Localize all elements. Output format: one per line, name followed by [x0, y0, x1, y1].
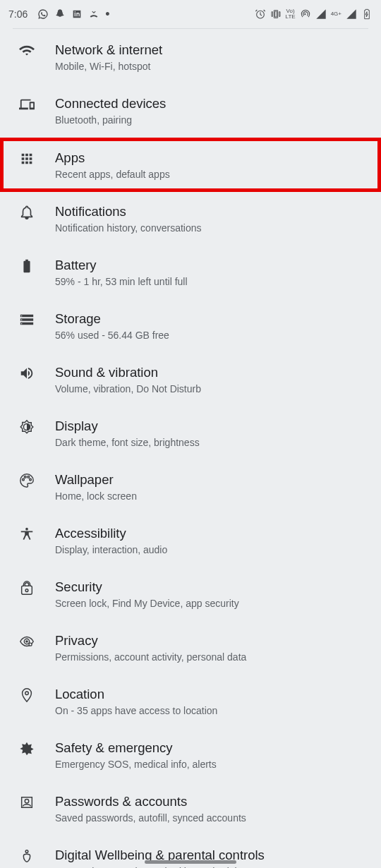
svg-point-1 — [29, 643, 32, 646]
volume-icon — [13, 364, 41, 381]
settings-item-battery[interactable]: Battery 59% - 1 hr, 53 min left until fu… — [0, 246, 381, 299]
item-title: Security — [55, 579, 368, 596]
settings-item-privacy[interactable]: Privacy Permissions, account activity, p… — [0, 621, 381, 675]
vibrate-icon — [270, 8, 282, 20]
alarm-icon — [255, 8, 266, 20]
item-subtitle: Volume, vibration, Do Not Disturb — [55, 382, 368, 395]
item-subtitle: Bluetooth, pairing — [55, 114, 368, 126]
storage-icon — [13, 311, 41, 327]
settings-item-location[interactable]: Location On - 35 apps have access to loc… — [0, 675, 381, 728]
item-title: Display — [55, 418, 368, 435]
wifi-icon — [13, 42, 41, 59]
brightness-icon — [13, 418, 41, 435]
devices-icon — [13, 95, 41, 112]
palette-icon — [13, 471, 41, 488]
apps-grid-icon — [13, 150, 41, 167]
item-subtitle: Mobile, Wi-Fi, hotspot — [55, 60, 368, 73]
item-title: Location — [55, 686, 368, 703]
volte-icon: Vo) LTE — [286, 8, 296, 20]
settings-item-wallpaper[interactable]: Wallpaper Home, lock screen — [0, 460, 381, 514]
more-notifications-dot: • — [105, 11, 109, 18]
linkedin-icon — [71, 8, 83, 20]
item-subtitle: Emergency SOS, medical info, alerts — [55, 758, 368, 771]
item-title: Network & internet — [55, 42, 368, 59]
snapchat-icon — [54, 8, 66, 20]
settings-item-security[interactable]: Security Screen lock, Find My Device, ap… — [0, 567, 381, 621]
emergency-icon — [13, 740, 41, 757]
settings-item-passwords-accounts[interactable]: Passwords & accounts Saved passwords, au… — [0, 782, 381, 836]
status-time: 7:06 — [8, 8, 28, 20]
hotspot-icon — [300, 8, 311, 20]
privacy-icon — [13, 632, 41, 649]
network-type: 4G+ — [331, 11, 341, 17]
settings-item-connected-devices[interactable]: Connected devices Bluetooth, pairing — [0, 84, 381, 138]
item-title: Storage — [55, 311, 368, 327]
settings-item-display[interactable]: Display Dark theme, font size, brightnes… — [0, 406, 381, 460]
item-title: Wallpaper — [55, 471, 368, 488]
bell-icon — [13, 203, 41, 220]
settings-item-storage[interactable]: Storage 56% used - 56.44 GB free — [0, 299, 381, 353]
item-subtitle: On - 35 apps have access to location — [55, 704, 368, 717]
item-subtitle: Permissions, account activity, personal … — [55, 651, 368, 663]
item-subtitle: Notification history, conversations — [55, 222, 368, 234]
settings-item-accessibility[interactable]: Accessibility Display, interaction, audi… — [0, 514, 381, 567]
whatsapp-icon — [37, 8, 49, 20]
item-title: Passwords & accounts — [55, 793, 368, 810]
battery-charging-icon — [361, 8, 373, 20]
location-pin-icon — [13, 686, 41, 703]
item-subtitle: Recent apps, default apps — [55, 168, 368, 181]
item-subtitle: Screen lock, Find My Device, app securit… — [55, 597, 368, 610]
item-title: Privacy — [55, 632, 368, 649]
settings-item-safety-emergency[interactable]: Safety & emergency Emergency SOS, medica… — [0, 728, 381, 782]
signal-icon-2 — [346, 8, 357, 20]
item-subtitle: Display, interaction, audio — [55, 543, 368, 556]
item-subtitle: Screen time, app timers, bedtime schedul… — [55, 865, 368, 868]
navigation-handle[interactable] — [145, 860, 236, 864]
item-subtitle: 59% - 1 hr, 53 min left until full — [55, 275, 368, 288]
settings-item-sound-vibration[interactable]: Sound & vibration Volume, vibration, Do … — [0, 353, 381, 406]
item-title: Safety & emergency — [55, 740, 368, 757]
item-subtitle: 56% used - 56.44 GB free — [55, 329, 368, 342]
item-title: Apps — [55, 150, 368, 167]
item-subtitle: Home, lock screen — [55, 490, 368, 502]
item-title: Notifications — [55, 203, 368, 220]
battery-icon — [13, 257, 41, 274]
svg-point-0 — [25, 640, 28, 643]
item-title: Accessibility — [55, 525, 368, 542]
item-subtitle: Saved passwords, autofill, synced accoun… — [55, 812, 368, 824]
settings-item-apps[interactable]: Apps Recent apps, default apps — [0, 138, 381, 192]
account-box-icon — [13, 793, 41, 810]
signal-icon-1 — [315, 8, 327, 20]
settings-item-network-internet[interactable]: Network & internet Mobile, Wi-Fi, hotspo… — [0, 30, 381, 84]
item-title: Sound & vibration — [55, 364, 368, 381]
accessibility-icon — [13, 525, 41, 542]
wellbeing-icon — [13, 847, 41, 864]
settings-list: Network & internet Mobile, Wi-Fi, hotspo… — [0, 29, 381, 868]
item-title: Battery — [55, 257, 368, 274]
settings-item-notifications[interactable]: Notifications Notification history, conv… — [0, 192, 381, 246]
lock-icon — [13, 579, 41, 596]
status-bar: 7:06 • Vo) LTE 4G+ — [0, 0, 381, 28]
missed-call-icon — [88, 8, 99, 20]
item-title: Connected devices — [55, 95, 368, 112]
item-subtitle: Dark theme, font size, brightness — [55, 436, 368, 449]
